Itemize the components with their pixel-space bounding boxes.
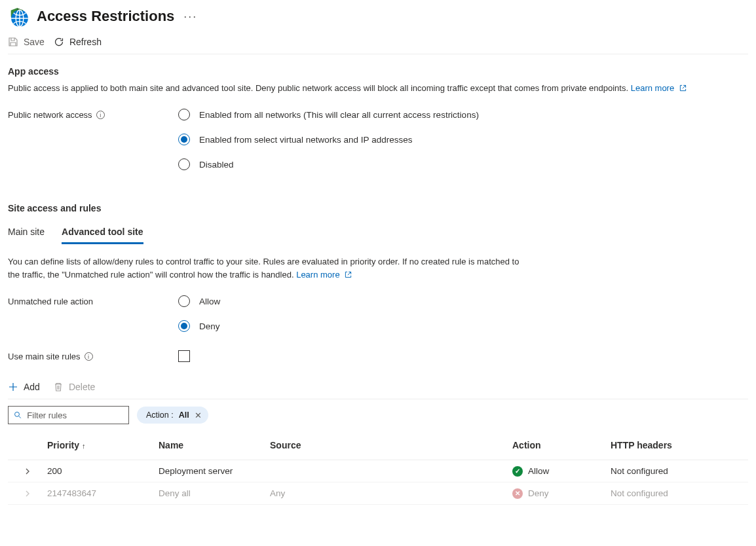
search-icon <box>14 410 22 420</box>
col-action[interactable]: Action <box>512 440 611 450</box>
filter-input-field[interactable] <box>27 410 123 420</box>
col-source[interactable]: Source <box>270 440 512 450</box>
cell-http: Not configured <box>611 466 722 476</box>
save-icon <box>8 37 18 47</box>
use-main-rules-checkbox[interactable] <box>178 350 190 362</box>
unmatched-action-radio-group: Allow Deny <box>178 295 220 332</box>
public-access-label: Public network access i <box>8 109 178 120</box>
info-icon[interactable]: i <box>85 352 93 361</box>
cell-name: Deployment server <box>159 466 270 476</box>
cell-http: Not configured <box>611 488 722 498</box>
cell-priority: 2147483647 <box>47 488 159 498</box>
table-toolbar: Add Delete <box>8 382 748 399</box>
tabs: Main site Advanced tool site <box>8 223 748 245</box>
page-title: Access Restrictions <box>37 8 174 25</box>
filter-chip-action[interactable]: Action : All ✕ <box>137 407 208 424</box>
table-row[interactable]: 2147483647 Deny all Any ✕ Deny Not confi… <box>8 482 748 505</box>
cell-action: ✓ Allow <box>512 466 611 477</box>
learn-more-link[interactable]: Learn more <box>631 83 687 93</box>
col-http[interactable]: HTTP headers <box>611 440 722 450</box>
refresh-button[interactable]: Refresh <box>54 37 102 47</box>
add-button[interactable]: Add <box>8 382 40 392</box>
section-app-access: App access Public access is applied to b… <box>8 54 748 170</box>
check-circle-icon: ✓ <box>512 466 523 477</box>
tab-advanced-tool-site[interactable]: Advanced tool site <box>62 223 143 244</box>
external-link-icon <box>679 82 687 96</box>
learn-more-link[interactable]: Learn more <box>296 270 352 280</box>
col-priority[interactable]: Priority↑ <box>47 440 159 450</box>
tab-main-site[interactable]: Main site <box>8 223 45 244</box>
table-row[interactable]: 200 Deployment server ✓ Allow Not config… <box>8 460 748 482</box>
x-circle-icon: ✕ <box>512 488 523 499</box>
radio-enabled-select[interactable]: Enabled from select virtual networks and… <box>178 134 479 145</box>
filter-bar: Action : All ✕ <box>8 406 748 424</box>
more-menu-icon[interactable]: ··· <box>183 10 197 22</box>
unmatched-action-label: Unmatched rule action <box>8 295 178 306</box>
public-access-radio-group: Enabled from all networks (This will cle… <box>178 109 479 170</box>
radio-allow[interactable]: Allow <box>178 295 220 307</box>
cell-priority: 200 <box>47 466 159 476</box>
chip-close-icon[interactable]: ✕ <box>195 410 202 420</box>
section-description: Public access is applied to both main si… <box>8 82 748 96</box>
sort-asc-icon: ↑ <box>82 442 86 450</box>
command-bar: Save Refresh <box>8 31 748 54</box>
globe-icon <box>10 9 29 27</box>
radio-disabled[interactable]: Disabled <box>178 158 479 170</box>
plus-icon <box>8 382 18 392</box>
use-main-rules-label: Use main site rules i <box>8 350 178 361</box>
shield-icon <box>8 7 28 26</box>
info-icon[interactable]: i <box>96 111 105 119</box>
section-site-rules: Site access and rules Main site Advanced… <box>8 170 748 505</box>
refresh-icon <box>54 37 64 47</box>
table-header: Priority↑ Name Source Action HTTP header… <box>8 440 748 460</box>
external-link-icon <box>345 269 352 282</box>
section-heading: App access <box>8 66 748 77</box>
radio-deny[interactable]: Deny <box>178 320 220 332</box>
chevron-right-icon <box>8 490 47 498</box>
section-description: You can define lists of allow/deny rules… <box>8 255 525 282</box>
save-button: Save <box>8 37 45 47</box>
cell-name: Deny all <box>159 488 270 498</box>
radio-enabled-all[interactable]: Enabled from all networks (This will cle… <box>178 109 479 120</box>
trash-icon <box>53 382 64 392</box>
cell-action: ✕ Deny <box>512 488 611 499</box>
page-header: Access Restrictions ··· <box>8 5 748 31</box>
filter-input[interactable] <box>8 406 129 424</box>
section-heading: Site access and rules <box>8 203 748 213</box>
chevron-right-icon <box>8 467 47 475</box>
cell-source: Any <box>270 488 512 498</box>
svg-point-2 <box>15 412 20 417</box>
delete-button: Delete <box>53 382 95 392</box>
rules-table: Priority↑ Name Source Action HTTP header… <box>8 440 748 505</box>
col-name[interactable]: Name <box>159 440 270 450</box>
